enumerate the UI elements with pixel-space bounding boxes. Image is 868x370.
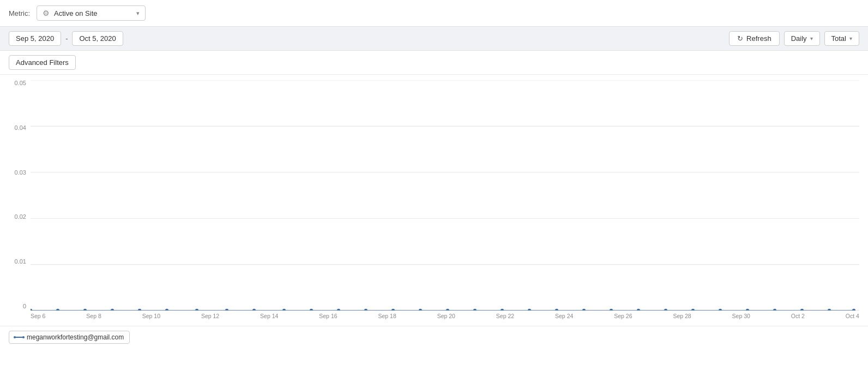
date-end-button[interactable]: Oct 5, 2020 xyxy=(72,31,123,46)
x-label-sep20: Sep 20 xyxy=(437,313,455,319)
x-label-sep6: Sep 6 xyxy=(31,313,45,319)
x-label-sep14: Sep 14 xyxy=(260,313,278,319)
y-label-2: 0.02 xyxy=(15,214,26,220)
date-start-button[interactable]: Sep 5, 2020 xyxy=(9,31,61,46)
daily-chevron-icon: ▾ xyxy=(810,35,813,41)
x-label-sep26: Sep 26 xyxy=(614,313,632,319)
x-label-sep16: Sep 16 xyxy=(319,313,337,319)
metric-label: Metric: xyxy=(9,9,30,17)
total-dropdown-button[interactable]: Total ▾ xyxy=(824,31,859,46)
y-label-3: 0.03 xyxy=(15,170,26,176)
y-label-1: 0.01 xyxy=(15,259,26,265)
y-label-4: 0.04 xyxy=(15,125,26,131)
x-label-sep12: Sep 12 xyxy=(201,313,219,319)
y-axis: 0.05 0.04 0.03 0.02 0.01 0 xyxy=(9,80,31,326)
x-label-sep24: Sep 24 xyxy=(555,313,573,319)
refresh-label: Refresh xyxy=(746,34,771,43)
legend-item[interactable]: meganworkfortesting@gmail.com xyxy=(9,331,130,344)
x-label-sep22: Sep 22 xyxy=(496,313,514,319)
date-range: Sep 5, 2020 - Oct 5, 2020 xyxy=(9,31,123,46)
x-label-sep8: Sep 8 xyxy=(86,313,101,319)
total-label: Total xyxy=(831,34,846,43)
controls-bar: Sep 5, 2020 - Oct 5, 2020 ↻ Refresh Dail… xyxy=(0,27,868,51)
refresh-button[interactable]: ↻ Refresh xyxy=(729,31,780,46)
y-label-0: 0 xyxy=(23,303,26,309)
controls-right: ↻ Refresh Daily ▾ Total ▾ xyxy=(729,31,859,46)
metric-value: Active on Site xyxy=(54,9,132,17)
x-label-oct2: Oct 2 xyxy=(791,313,805,319)
date-separator: - xyxy=(65,34,68,43)
chart-container: 0.05 0.04 0.03 0.02 0.01 0 xyxy=(0,75,868,326)
gear-icon: ⚙ xyxy=(43,9,50,17)
daily-dropdown-button[interactable]: Daily ▾ xyxy=(784,31,820,46)
legend-item-label: meganworkfortesting@gmail.com xyxy=(27,333,124,341)
x-axis: Sep 6 Sep 8 Sep 10 Sep 12 Sep 14 Sep 16 … xyxy=(31,311,859,326)
chart-plot: Sep 6 Sep 8 Sep 10 Sep 12 Sep 14 Sep 16 … xyxy=(31,80,859,326)
metric-select[interactable]: ⚙ Active on Site ▾ xyxy=(37,5,146,21)
refresh-icon: ↻ xyxy=(737,34,743,43)
x-label-sep30: Sep 30 xyxy=(732,313,750,319)
advanced-filters-button[interactable]: Advanced Filters xyxy=(9,55,76,70)
daily-label: Daily xyxy=(791,34,807,43)
legend-line-icon xyxy=(15,337,23,338)
x-label-sep18: Sep 18 xyxy=(378,313,396,319)
metric-bar: Metric: ⚙ Active on Site ▾ xyxy=(0,0,868,27)
metric-chevron-icon: ▾ xyxy=(136,10,140,17)
x-label-sep10: Sep 10 xyxy=(142,313,160,319)
chart-svg xyxy=(31,80,859,311)
y-label-5: 0.05 xyxy=(15,80,26,86)
total-chevron-icon: ▾ xyxy=(849,35,852,41)
x-label-oct4: Oct 4 xyxy=(846,313,859,319)
x-label-sep28: Sep 28 xyxy=(673,313,691,319)
filters-bar: Advanced Filters xyxy=(0,51,868,75)
legend-bar: meganworkfortesting@gmail.com xyxy=(0,326,868,348)
